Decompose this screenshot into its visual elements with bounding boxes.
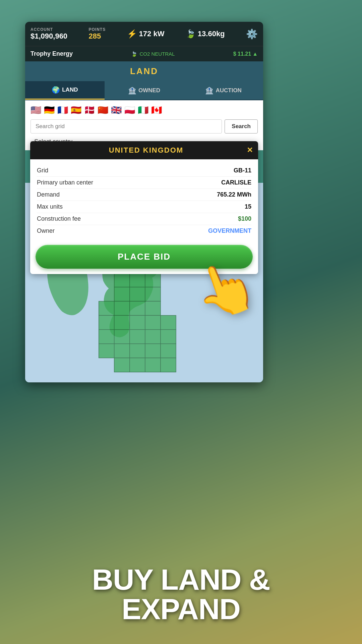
- tab-bar: 🌍 LAND 🏦 OWNED 🏦 AUCTION: [25, 81, 263, 100]
- svg-rect-35: [130, 344, 145, 358]
- svg-rect-16: [114, 287, 130, 301]
- fee-label: Construction fee: [37, 215, 81, 222]
- svg-rect-38: [114, 358, 130, 372]
- owner-label: Owner: [37, 227, 55, 234]
- flag-fr[interactable]: 🇫🇷: [57, 105, 68, 115]
- points-value: 285: [89, 32, 101, 41]
- points-section: POINTS 285: [89, 27, 106, 41]
- svg-rect-23: [99, 315, 114, 329]
- search-row: Search: [31, 119, 258, 133]
- price-value: $ 11.21: [233, 51, 251, 57]
- flag-pl[interactable]: 🇵🇱: [124, 105, 135, 115]
- tab-land-label: LAND: [62, 87, 78, 93]
- co2-section: 🍃 13.60kg: [186, 29, 225, 39]
- place-bid-button[interactable]: PLACE BID: [36, 245, 253, 269]
- flag-us[interactable]: 🇺🇸: [31, 105, 41, 115]
- svg-rect-20: [114, 301, 130, 315]
- flag-dk[interactable]: 🇩🇰: [84, 105, 95, 115]
- co2-neutral-indicator: 🍃 CO2 NEUTRAL: [131, 51, 175, 57]
- popup-close-button[interactable]: ✕: [247, 146, 253, 155]
- co2-value: 13.60kg: [198, 30, 225, 38]
- svg-rect-27: [161, 315, 176, 329]
- svg-rect-36: [145, 344, 161, 358]
- energy-section: ⚡ 172 kW: [127, 29, 165, 39]
- grid-value: GB-11: [234, 167, 251, 174]
- svg-rect-13: [114, 273, 130, 287]
- settings-button[interactable]: ⚙️: [246, 29, 258, 40]
- tab-auction[interactable]: 🏦 AUCTION: [184, 81, 263, 100]
- arrow-up-icon: ▲: [252, 51, 258, 57]
- tab-owned-label: OWNED: [138, 87, 160, 94]
- svg-rect-41: [161, 358, 176, 372]
- bottom-text-section: BUY LAND & EXPAND: [0, 565, 362, 624]
- popup-row-owner: Owner GOVERNMENT: [37, 225, 251, 237]
- tab-owned[interactable]: 🏦 OWNED: [105, 81, 184, 100]
- fee-value: $100: [238, 215, 251, 222]
- bank-icon-owned: 🏦: [128, 87, 136, 95]
- maxunits-label: Max units: [37, 203, 63, 210]
- popup-row-fee: Construction fee $100: [37, 213, 251, 225]
- points-label: POINTS: [89, 27, 106, 32]
- svg-rect-33: [99, 344, 114, 358]
- grid-popup: UNITED KINGDOM ✕ Grid GB-11 Primary urba…: [30, 141, 258, 274]
- search-area: 🇺🇸 🇩🇪 🇫🇷 🇪🇸 🇩🇰 🇨🇳 🇬🇧 🇵🇱 🇮🇹 🇨🇦 Search: [25, 100, 263, 133]
- search-button[interactable]: Search: [225, 119, 258, 133]
- panel-title-bar: LAND: [25, 61, 263, 81]
- account-value: $1,090,960: [31, 32, 67, 41]
- city-value: CARLISLE: [221, 179, 251, 186]
- buy-land-line1: BUY LAND &: [0, 565, 362, 594]
- popup-row-grid: Grid GB-11: [37, 165, 251, 177]
- popup-header: UNITED KINGDOM ✕: [30, 141, 258, 159]
- flag-de[interactable]: 🇩🇪: [44, 105, 55, 115]
- flag-gb[interactable]: 🇬🇧: [111, 105, 122, 115]
- price-indicator: $ 11.21 ▲: [233, 51, 258, 57]
- popup-body: Grid GB-11 Primary urban center CARLISLE…: [30, 159, 258, 242]
- grid-label: Grid: [37, 167, 48, 174]
- maxunits-value: 15: [245, 203, 251, 210]
- svg-rect-28: [99, 330, 114, 344]
- svg-rect-29: [114, 330, 130, 344]
- app-container: ACCOUNT $1,090,960 POINTS 285 ⚡ 172 kW 🍃…: [25, 22, 263, 382]
- popup-row-city: Primary urban center CARLISLE: [37, 177, 251, 189]
- svg-rect-18: [145, 287, 161, 301]
- buy-land-line2: EXPAND: [0, 594, 362, 624]
- status-bar: ACCOUNT $1,090,960 POINTS 285 ⚡ 172 kW 🍃…: [25, 22, 263, 46]
- flags-row: 🇺🇸 🇩🇪 🇫🇷 🇪🇸 🇩🇰 🇨🇳 🇬🇧 🇵🇱 🇮🇹 🇨🇦: [31, 105, 258, 115]
- leaf-icon: 🍃: [186, 29, 196, 39]
- tab-auction-label: AUCTION: [216, 87, 241, 94]
- svg-rect-39: [130, 358, 145, 372]
- svg-rect-14: [130, 273, 145, 287]
- company-name: Trophy Energy: [31, 50, 73, 57]
- svg-rect-25: [130, 315, 145, 329]
- search-input[interactable]: [31, 119, 222, 133]
- account-label: ACCOUNT: [31, 27, 53, 32]
- svg-rect-31: [145, 330, 161, 344]
- svg-rect-22: [145, 301, 161, 315]
- co2-neutral-label: CO2 NEUTRAL: [139, 51, 175, 57]
- owner-value: GOVERNMENT: [208, 227, 251, 234]
- popup-row-maxunits: Max units 15: [37, 201, 251, 213]
- account-section: ACCOUNT $1,090,960: [31, 27, 67, 41]
- bank-icon-auction: 🏦: [205, 87, 214, 95]
- sub-status-bar: Trophy Energy 🍃 CO2 NEUTRAL $ 11.21 ▲: [25, 46, 263, 61]
- svg-rect-37: [161, 344, 176, 358]
- flag-ca[interactable]: 🇨🇦: [151, 105, 162, 115]
- popup-row-demand: Demand 765.22 MWh: [37, 189, 251, 201]
- leaf-icon-2: 🍃: [131, 51, 137, 57]
- svg-rect-30: [130, 330, 145, 344]
- svg-rect-40: [145, 358, 161, 372]
- svg-rect-32: [161, 330, 176, 344]
- energy-value: 172 kW: [139, 30, 165, 38]
- svg-rect-26: [145, 315, 161, 329]
- svg-rect-21: [130, 301, 145, 315]
- svg-rect-34: [114, 344, 130, 358]
- popup-title: UNITED KINGDOM: [46, 146, 247, 155]
- demand-label: Demand: [37, 191, 60, 198]
- tab-land[interactable]: 🌍 LAND: [25, 81, 105, 100]
- flag-es[interactable]: 🇪🇸: [71, 105, 81, 115]
- flag-cn[interactable]: 🇨🇳: [98, 105, 108, 115]
- svg-rect-24: [114, 315, 130, 329]
- globe-icon: 🌍: [52, 86, 60, 94]
- flag-it[interactable]: 🇮🇹: [138, 105, 148, 115]
- svg-rect-15: [145, 273, 161, 287]
